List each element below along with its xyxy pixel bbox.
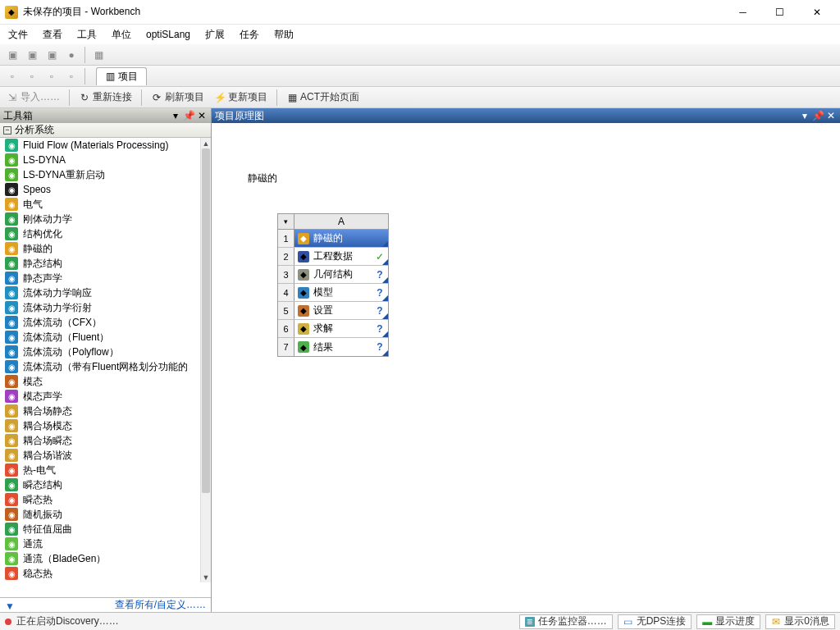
filter-icon[interactable]: ▼	[5, 600, 15, 610]
toolbox-item[interactable]: ◉静磁的	[0, 241, 200, 256]
toolbox-item[interactable]: ◉LS-DYNA	[0, 153, 200, 167]
toolbox-item[interactable]: ◉结构优化	[0, 226, 200, 241]
tb-btn-5[interactable]: ▦	[89, 46, 107, 64]
system-row[interactable]: 7◆结果?	[278, 338, 388, 356]
toolbox-item[interactable]: ◉瞬态热	[0, 492, 200, 507]
tab-project[interactable]: ▥ 项目	[96, 67, 147, 85]
open-button[interactable]: ▫	[23, 67, 41, 85]
toolbox-item[interactable]: ◉热-电气	[0, 463, 200, 477]
toolbox-item[interactable]: ◉静态结构	[0, 256, 200, 271]
job-monitor-button[interactable]: ≡ 任务监控器……	[519, 614, 613, 629]
toolbox-item[interactable]: ◉流体流动（CFX）	[0, 315, 200, 330]
toolbox-item-label: 结构优化	[23, 227, 62, 241]
toolbox-item[interactable]: ◉电气	[0, 197, 200, 212]
toolbox-item[interactable]: ◉模态	[0, 374, 200, 389]
toolbox-item[interactable]: ◉流体动力学响应	[0, 285, 200, 300]
toolbox-item-icon: ◉	[5, 198, 18, 211]
menu-tools[interactable]: 工具	[77, 28, 97, 42]
scroll-down-icon[interactable]: ▼	[201, 572, 211, 582]
menu-view[interactable]: 查看	[43, 28, 62, 42]
toolbox-item[interactable]: ◉耦合场瞬态	[0, 433, 200, 448]
save-button[interactable]: ▫	[43, 67, 61, 85]
tb-btn-1[interactable]: ▣	[3, 46, 21, 64]
show-messages-button[interactable]: ✉ 显示0消息	[765, 614, 835, 629]
toolbox-item[interactable]: ◉模态声学	[0, 389, 200, 404]
toolbox-item[interactable]: ◉Fluid Flow (Materials Processing)	[0, 138, 200, 153]
toolbox-item[interactable]: ◉耦合场静态	[0, 404, 200, 418]
toolbox-item[interactable]: ◉静态声学	[0, 271, 200, 285]
schematic-canvas[interactable]: ▾ A 1◆静磁的2◆工程数据✓3◆几何结构?4◆模型?5◆设置?6◆求解?7◆…	[212, 123, 840, 612]
system-row-icon: ◆	[298, 341, 309, 353]
toolbox-item[interactable]: ◉随机振动	[0, 507, 200, 522]
toolbox-item[interactable]: ◉刚体动力学	[0, 212, 200, 226]
toolbox-item-icon: ◉	[5, 301, 18, 314]
maximize-button[interactable]: ☐	[761, 1, 798, 24]
reconnect-button[interactable]: ↻ 重新连接	[75, 89, 135, 107]
update-button[interactable]: ⚡ 更新项目	[211, 89, 271, 107]
system-row-number: 2	[278, 248, 294, 265]
toolbox-item[interactable]: ◉流体流动（Fluent）	[0, 330, 200, 345]
system-select-all[interactable]: ▾	[278, 214, 294, 230]
toolbox-item-label: 流体流动（Fluent）	[23, 331, 109, 345]
refresh-button[interactable]: ⟳ 刷新项目	[148, 89, 208, 107]
system-row[interactable]: 1◆静磁的	[278, 230, 388, 248]
panel-close-icon[interactable]: ✕	[196, 110, 208, 121]
scroll-up-icon[interactable]: ▲	[201, 138, 211, 148]
panel-pin-icon[interactable]: 📌	[812, 110, 824, 121]
toolbox-item[interactable]: ◉耦合场模态	[0, 418, 200, 433]
saveas-button[interactable]: ▫	[62, 67, 80, 85]
toolbox-item[interactable]: ◉特征值屈曲	[0, 522, 200, 536]
menu-help[interactable]: 帮助	[274, 28, 294, 42]
toolbox-item-label: 刚体动力学	[23, 212, 72, 226]
toolbox-section-header[interactable]: − 分析系统	[0, 123, 211, 138]
toolbox-item[interactable]: ◉流体动力学衍射	[0, 300, 200, 315]
import-button[interactable]: ⇲ 导入……	[3, 89, 63, 107]
refresh-icon: ⟳	[151, 92, 162, 103]
toolbox-item-icon: ◉	[5, 523, 18, 536]
system-row[interactable]: 4◆模型?	[278, 284, 388, 302]
toolbox-item-icon: ◉	[5, 552, 18, 565]
system-row[interactable]: 3◆几何结构?	[278, 266, 388, 284]
toolbox-item[interactable]: ◉耦合场谐波	[0, 448, 200, 463]
act-start-button[interactable]: ▦ ACT开始页面	[283, 89, 363, 107]
toolbox-item-label: 静态结构	[23, 257, 62, 271]
tb-btn-2[interactable]: ▣	[23, 46, 41, 64]
panel-dropdown-icon[interactable]: ▾	[170, 110, 181, 121]
menu-extensions[interactable]: 扩展	[205, 28, 225, 42]
system-label[interactable]: 静磁的	[244, 168, 281, 189]
toolbox-item[interactable]: ◉Speos	[0, 182, 200, 197]
toolbox-item[interactable]: ◉瞬态结构	[0, 477, 200, 492]
view-all-link[interactable]: 查看所有/自定义……	[15, 598, 206, 612]
system-row[interactable]: 6◆求解?	[278, 320, 388, 338]
progress-label: 显示进度	[715, 614, 755, 628]
toolbar-separator	[276, 89, 277, 106]
system-row[interactable]: 2◆工程数据✓	[278, 248, 388, 266]
menu-file[interactable]: 文件	[8, 28, 28, 42]
job-monitor-label: 任务监控器……	[538, 614, 607, 628]
toolbox-item[interactable]: ◉流体流动（Polyflow）	[0, 345, 200, 359]
menu-units[interactable]: 单位	[112, 28, 131, 42]
collapse-icon: −	[3, 126, 11, 135]
menu-optislang[interactable]: optiSLang	[146, 29, 190, 40]
system-row[interactable]: 5◆设置?	[278, 302, 388, 320]
toolbox-item[interactable]: ◉流体流动（带有Fluent网格划分功能的	[0, 359, 200, 374]
scroll-thumb[interactable]	[202, 148, 210, 493]
flyout-icon	[382, 331, 388, 337]
panel-dropdown-icon[interactable]: ▾	[799, 110, 810, 121]
menu-jobs[interactable]: 任务	[240, 28, 259, 42]
dps-status[interactable]: ▭ 无DPS连接	[618, 614, 692, 629]
system-cell[interactable]: ▾ A 1◆静磁的2◆工程数据✓3◆几何结构?4◆模型?5◆设置?6◆求解?7◆…	[277, 213, 389, 357]
toolbox-scrollbar[interactable]: ▲ ▼	[200, 138, 211, 582]
panel-close-icon[interactable]: ✕	[825, 110, 837, 121]
show-progress-button[interactable]: ▬ 显示进度	[696, 614, 760, 629]
tb-btn-3[interactable]: ▣	[43, 46, 61, 64]
new-button[interactable]: ▫	[3, 67, 21, 85]
panel-pin-icon[interactable]: 📌	[183, 110, 194, 121]
tb-btn-4[interactable]: ●	[62, 46, 80, 64]
toolbox-item[interactable]: ◉通流	[0, 536, 200, 551]
close-button[interactable]: ✕	[798, 1, 835, 24]
minimize-button[interactable]: ─	[724, 1, 761, 24]
toolbox-item[interactable]: ◉LS-DYNA重新启动	[0, 167, 200, 182]
toolbox-item[interactable]: ◉通流（BladeGen）	[0, 551, 200, 566]
toolbox-item[interactable]: ◉稳态热	[0, 566, 200, 581]
